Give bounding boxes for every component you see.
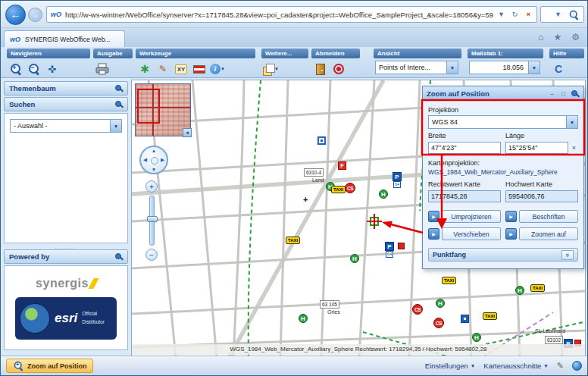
zoom-in-button[interactable]: + xyxy=(145,180,158,193)
map-marker-cs[interactable]: CS xyxy=(345,183,355,193)
pin-icon[interactable] xyxy=(114,84,123,92)
panel-splitter[interactable]: ....... xyxy=(4,243,128,249)
back-button[interactable]: ← xyxy=(5,5,26,25)
beschriften-button[interactable]: ▶ Beschriften xyxy=(505,210,578,223)
map-marker-taxi[interactable]: TAXI xyxy=(331,186,346,193)
pan-up-icon[interactable]: ▲ xyxy=(152,148,156,153)
map-marker-plz[interactable]: 6310-4 xyxy=(304,168,324,177)
refresh-icon[interactable]: ↻ xyxy=(509,11,521,18)
collapse-chevrons-button[interactable]: » xyxy=(561,250,574,260)
browser-search-box[interactable]: ▼ xyxy=(540,6,584,23)
identify-tool[interactable]: i▼ xyxy=(210,61,225,77)
zoom-out-button[interactable]: − xyxy=(145,249,158,261)
help-button[interactable]: C xyxy=(551,61,566,77)
group-header-abmelden[interactable]: Abmelden xyxy=(311,49,360,58)
pan-tool[interactable]: ✜ xyxy=(45,61,60,77)
draw-tool[interactable]: ✎ xyxy=(155,61,170,77)
overview-map[interactable]: ◄ xyxy=(135,83,191,136)
globe-icon[interactable] xyxy=(572,361,582,371)
print-tool[interactable] xyxy=(95,61,110,77)
zoom-slider-handle[interactable] xyxy=(147,216,158,222)
dialog-popout-button[interactable]: □ xyxy=(558,89,568,99)
laenge-input[interactable] xyxy=(505,142,568,154)
rechtswert-input[interactable] xyxy=(428,190,501,202)
punktfang-section-header[interactable]: Punktfang » xyxy=(428,248,578,262)
group-header-hilfe[interactable]: Hilfe xyxy=(549,49,584,58)
zoomen-auf-button[interactable]: ▶ Zoomen auf xyxy=(505,227,578,240)
group-header-weitere[interactable]: Weitere... xyxy=(261,49,308,58)
hochwert-input[interactable] xyxy=(505,190,578,202)
address-bar[interactable]: wO http://w-ws-wintner/WebOffice/synserv… xyxy=(46,6,537,23)
ansicht-select[interactable]: Points of Intere... ▼ xyxy=(375,61,458,74)
pan-control[interactable]: ▲ ▼ ◀ ▶ xyxy=(139,146,168,174)
url-text[interactable]: http://w-ws-wintner/WebOffice/synserver?… xyxy=(65,11,493,19)
dialog-titlebar[interactable]: Zoom auf Position – □ xyxy=(423,86,583,101)
redline-tool[interactable]: ✱ xyxy=(137,61,152,77)
dropdown-icon[interactable]: ▼ xyxy=(566,116,577,128)
einstellungen-menu[interactable]: Einstellungen▼ xyxy=(425,362,475,370)
forward-button[interactable]: → xyxy=(28,8,42,22)
settings-gear-icon[interactable]: ⚙ xyxy=(571,32,580,42)
dropdown-icon[interactable]: ▼ xyxy=(446,61,458,74)
map-marker-label[interactable]: Gries xyxy=(327,309,340,315)
zoom-out-tool[interactable]: − xyxy=(27,61,42,77)
pan-left-icon[interactable]: ◀ xyxy=(143,157,147,163)
map-marker-sq-red[interactable] xyxy=(398,243,405,249)
pin-icon[interactable] xyxy=(114,100,123,108)
map-marker-h[interactable]: H xyxy=(515,286,524,295)
dialog-minimize-button[interactable]: – xyxy=(547,89,557,99)
map-marker-taxi[interactable]: TAXI xyxy=(530,284,545,292)
stop-icon[interactable]: × xyxy=(523,11,534,18)
map-marker-cs[interactable]: CS xyxy=(433,318,444,328)
map-marker-plz[interactable]: 63102 xyxy=(545,336,563,344)
map-marker-taxi[interactable]: TAXI xyxy=(286,237,300,244)
map-marker-plz[interactable]: 63 105 xyxy=(320,300,339,309)
active-tool-button[interactable]: + Zoom auf Position xyxy=(6,359,93,373)
group-header-navigieren[interactable]: Navigieren xyxy=(7,49,90,58)
map-marker-sq-blue[interactable] xyxy=(317,136,326,145)
search-select[interactable]: - Auswahl - ▼ xyxy=(10,119,122,133)
group-header-ausgabe[interactable]: Ausgabe xyxy=(93,49,133,58)
suchen-panel-header[interactable]: Suchen xyxy=(4,97,128,111)
pan-right-icon[interactable]: ▶ xyxy=(161,157,164,163)
zoom-slider[interactable] xyxy=(149,196,155,246)
map-marker-h[interactable]: H xyxy=(379,190,388,199)
map-marker-p[interactable]: P64 xyxy=(385,242,394,258)
projektion-select[interactable]: WGS 84 ▼ xyxy=(428,115,578,129)
group-header-werkzeuge[interactable]: Werkzeuge xyxy=(136,49,255,58)
verschieben-button[interactable]: ▶ Verschieben xyxy=(428,227,501,240)
map-marker-sq-blue-filled[interactable] xyxy=(461,315,469,323)
flag-tool[interactable] xyxy=(192,61,207,77)
group-header-ansicht[interactable]: Ansicht xyxy=(374,49,461,58)
map-marker-cs[interactable]: CS xyxy=(412,304,423,315)
map-marker-h[interactable]: H xyxy=(350,254,359,263)
breite-input[interactable] xyxy=(428,142,501,154)
pencil-icon[interactable]: ✎ xyxy=(557,361,564,371)
scale-select[interactable]: 18.056 ▼ xyxy=(469,61,540,74)
dropdown-icon[interactable]: ▼ xyxy=(110,120,121,132)
map-marker-taxi[interactable]: TAXI xyxy=(442,277,456,284)
map-marker-taxi[interactable]: TAXI xyxy=(483,312,497,320)
map-marker-h[interactable]: H xyxy=(472,333,481,342)
powered-by-panel-header[interactable]: Powered by xyxy=(4,249,128,264)
group-header-massstab[interactable]: Maßstab 1: xyxy=(468,49,543,58)
xy-coordinate-tool[interactable]: XY xyxy=(174,61,189,77)
map-marker-h[interactable]: H xyxy=(299,314,308,323)
map-marker-flag[interactable]: F xyxy=(338,161,346,170)
dialog-pin-button[interactable] xyxy=(570,89,580,99)
clear-icon[interactable]: × xyxy=(570,144,578,152)
logout-button[interactable] xyxy=(331,61,346,77)
pin-icon[interactable] xyxy=(114,252,123,261)
search-icon[interactable] xyxy=(569,9,579,19)
kartenausschnitte-menu[interactable]: Kartenausschnitte▼ xyxy=(483,362,548,370)
map-marker-target[interactable] xyxy=(370,217,379,226)
map-marker-h[interactable]: H xyxy=(436,299,445,308)
map-marker-p[interactable]: P64 xyxy=(393,172,402,188)
themenbaum-panel-header[interactable]: Themenbaum xyxy=(4,81,128,96)
map-marker-label[interactable]: Lend xyxy=(312,177,324,183)
url-dropdown-icon[interactable]: ▼ xyxy=(496,11,507,18)
more-tools-button[interactable]: ▼ xyxy=(263,61,279,77)
map-marker-cross[interactable]: + xyxy=(303,195,308,204)
dropdown-icon[interactable]: ▼ xyxy=(528,61,540,74)
search-dropdown-icon[interactable]: ▼ xyxy=(552,11,564,18)
